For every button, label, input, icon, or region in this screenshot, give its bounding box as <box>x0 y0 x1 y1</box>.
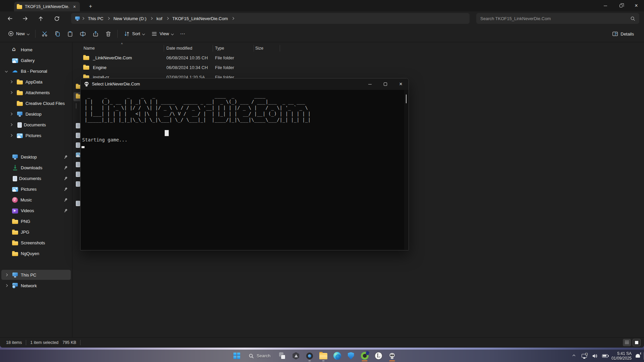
console-scrollbar[interactable] <box>404 90 408 250</box>
sidebar-item-documents[interactable]: Documents <box>1 173 71 183</box>
breadcrumb-drive[interactable]: New Volume (D:) <box>111 15 149 22</box>
up-button[interactable] <box>35 14 46 23</box>
taskbar-file-explorer[interactable] <box>318 351 329 361</box>
scrollbar-thumb[interactable] <box>406 95 407 103</box>
share-button[interactable] <box>89 28 102 39</box>
paste-button[interactable] <box>64 28 76 39</box>
sidebar-item-home[interactable]: Home <box>1 45 71 55</box>
file-row-partial[interactable] <box>76 171 80 177</box>
sidebar-item-pictures-onedrive[interactable]: Pictures <box>1 130 71 140</box>
sidebar-item-png[interactable]: PNG <box>1 216 71 226</box>
tab-close-icon[interactable] <box>72 4 77 9</box>
sidebar-item-gallery[interactable]: Gallery <box>1 55 71 65</box>
new-button[interactable]: New <box>5 28 33 39</box>
breadcrumb-this-pc[interactable]: This PC <box>85 15 106 22</box>
chevron-collapsed-icon[interactable] <box>5 274 8 276</box>
file-row[interactable]: _LinkNeverDie.Com 06/08/2024 10:35 CH Fi… <box>72 53 353 63</box>
console-maximize-button[interactable] <box>378 78 393 90</box>
column-header-name[interactable]: Name <box>84 46 95 51</box>
chevron-collapsed-icon[interactable] <box>10 134 12 137</box>
file-row-partial[interactable] <box>76 142 80 148</box>
sidebar-item-desktop-onedrive[interactable]: Desktop <box>1 109 71 119</box>
chevron-collapsed-icon[interactable] <box>5 284 8 287</box>
sidebar-item-pictures[interactable]: Pictures <box>1 184 71 194</box>
column-separator[interactable] <box>213 45 213 52</box>
tray-notification-bell[interactable] <box>634 352 642 360</box>
tray-volume-icon[interactable] <box>591 352 599 360</box>
taskbar-console-app[interactable] <box>387 351 397 361</box>
column-separator[interactable] <box>254 45 254 52</box>
sidebar-item-documents-onedrive[interactable]: Documents <box>1 120 71 130</box>
tray-clock[interactable]: 5:41 SA 01/09/2025 <box>611 351 632 361</box>
file-row-partial[interactable] <box>76 132 80 138</box>
sidebar-item-this-pc[interactable]: This PC <box>1 270 71 280</box>
copy-button[interactable] <box>51 28 64 39</box>
see-more-button[interactable]: ⋯ <box>177 28 189 39</box>
chevron-collapsed-icon[interactable] <box>10 91 12 94</box>
breadcrumb-kof[interactable]: kof <box>154 15 165 22</box>
taskbar-app-green[interactable] <box>359 351 370 361</box>
taskbar-search[interactable]: Search <box>245 351 274 361</box>
forward-button[interactable] <box>19 14 31 23</box>
view-button[interactable]: View <box>148 28 177 39</box>
taskbar-edge[interactable] <box>332 351 342 361</box>
chevron-collapsed-icon[interactable] <box>10 113 12 115</box>
breadcrumb-current-folder[interactable]: TKOF15_LinkNeverDie.Com <box>170 15 230 22</box>
sidebar-item-music[interactable]: Music <box>1 195 71 205</box>
column-header-size[interactable]: Size <box>255 46 263 51</box>
window-close-button[interactable] <box>629 0 644 11</box>
column-header-date[interactable]: Date modified <box>166 46 192 51</box>
sidebar-item-jpg[interactable]: JPG <box>1 227 71 237</box>
start-button[interactable] <box>231 351 242 361</box>
taskbar-app-blue-dot[interactable] <box>304 351 315 361</box>
sidebar-item-network[interactable]: Network <box>1 281 71 291</box>
cut-button[interactable] <box>38 28 51 39</box>
details-view-toggle[interactable] <box>623 339 631 346</box>
file-row-partial[interactable] <box>76 103 80 109</box>
new-tab-button[interactable] <box>87 3 95 10</box>
sidebar-item-attachments[interactable]: Attachments <box>1 87 71 98</box>
task-view-button[interactable] <box>277 351 287 361</box>
file-row-partial[interactable] <box>76 200 80 206</box>
address-bar[interactable]: This PC New Volume (D:) kof TKOF15_LinkN… <box>71 13 470 24</box>
taskbar-app-hexagon[interactable] <box>290 351 301 361</box>
sidebar-item-screenshots[interactable]: Screenshots <box>1 238 71 248</box>
search-input[interactable] <box>480 16 630 21</box>
window-restore-button[interactable] <box>613 0 629 11</box>
column-separator[interactable] <box>164 45 164 52</box>
delete-button[interactable] <box>102 28 115 39</box>
file-row-partial[interactable] <box>76 191 80 197</box>
chevron-collapsed-icon[interactable] <box>10 80 12 83</box>
console-title-bar[interactable]: Select LinkNeverDie.Com <box>80 78 409 90</box>
sidebar-item-appdata[interactable]: AppData <box>1 77 71 87</box>
sidebar-item-onedrive[interactable]: Bá - Personal <box>1 66 71 76</box>
file-row-partial[interactable] <box>76 113 80 119</box>
chevron-collapsed-icon[interactable] <box>10 123 12 126</box>
sort-button[interactable]: Sort <box>120 28 148 39</box>
search-box[interactable] <box>476 13 639 24</box>
chevron-expanded-icon[interactable] <box>5 70 8 72</box>
file-row-partial[interactable] <box>76 181 80 187</box>
console-minimize-button[interactable] <box>362 78 378 90</box>
sidebar-item-desktop-pinned[interactable]: Desktop <box>1 152 71 162</box>
tray-overflow-chevron[interactable] <box>570 352 578 360</box>
file-row-partial[interactable] <box>76 123 80 129</box>
sidebar-item-ngquyen[interactable]: NgQuyen <box>1 248 71 258</box>
refresh-button[interactable] <box>51 14 62 23</box>
window-minimize-button[interactable] <box>598 0 613 11</box>
column-header-type[interactable]: Type <box>215 46 224 51</box>
back-button[interactable] <box>4 14 15 23</box>
details-pane-button[interactable]: Details <box>609 28 637 39</box>
file-row-partial[interactable] <box>76 152 80 158</box>
file-row-partial[interactable] <box>76 84 80 90</box>
column-separator[interactable] <box>280 45 280 52</box>
explorer-tab[interactable]: TKOF15_LinkNeverDie.Com <box>14 2 80 11</box>
file-row-partial[interactable] <box>76 162 80 168</box>
taskbar-windows-security[interactable] <box>345 351 356 361</box>
icons-view-toggle[interactable] <box>633 339 641 346</box>
rename-button[interactable] <box>76 28 89 39</box>
taskbar-app-l[interactable]: L <box>373 351 384 361</box>
file-row[interactable]: Engine 06/08/2024 10:34 CH File folder <box>72 63 353 73</box>
file-row-partial[interactable] <box>76 94 80 100</box>
tray-battery-icon[interactable] <box>601 352 609 360</box>
